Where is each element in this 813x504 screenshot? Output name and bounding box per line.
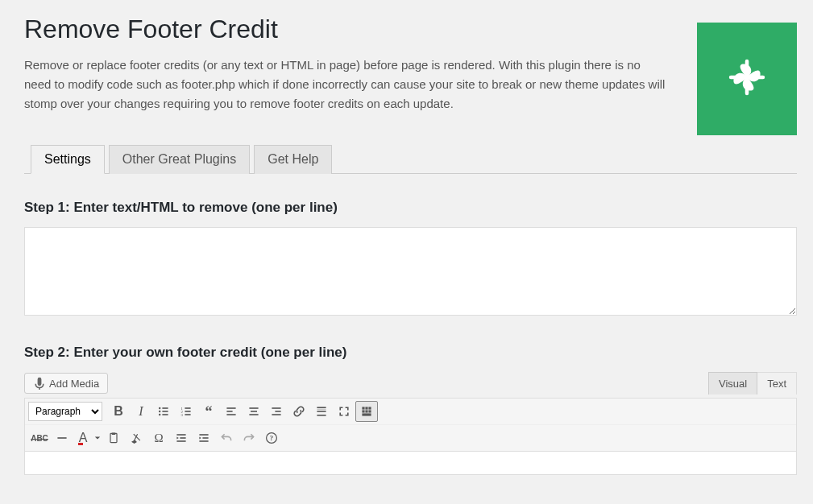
svg-rect-29 (365, 410, 367, 412)
undo-button[interactable] (215, 428, 238, 448)
align-right-button[interactable] (265, 401, 288, 422)
svg-rect-33 (110, 433, 117, 442)
strikethrough-button[interactable]: ABC (28, 428, 51, 448)
svg-rect-1 (162, 407, 168, 409)
blockquote-button[interactable]: “ (197, 401, 220, 422)
bold-button[interactable]: B (107, 401, 130, 422)
step2-label: Step 2: Enter your own footer credit (on… (24, 345, 797, 361)
bow-icon (724, 54, 770, 104)
italic-button[interactable]: I (130, 401, 152, 422)
svg-rect-24 (317, 409, 326, 410)
page-title: Remove Footer Credit (24, 14, 681, 44)
link-button[interactable] (288, 401, 310, 422)
svg-rect-40 (199, 440, 208, 442)
align-center-button[interactable] (243, 401, 265, 422)
svg-rect-3 (162, 411, 168, 412)
svg-rect-13 (226, 411, 232, 412)
page-header: Remove Footer Credit Remove or replace f… (24, 8, 797, 135)
editor-content[interactable] (25, 452, 796, 474)
media-icon (33, 377, 46, 390)
svg-rect-30 (368, 410, 371, 412)
editor-mode-tabs: Visual Text (708, 372, 797, 395)
fullscreen-button[interactable] (333, 401, 355, 422)
remove-text-input[interactable] (24, 227, 797, 316)
svg-rect-39 (202, 437, 208, 439)
svg-point-0 (159, 407, 160, 409)
editor-tab-visual[interactable]: Visual (708, 372, 757, 395)
text-color-button[interactable]: A (73, 428, 93, 448)
nav-tabs: Settings Other Great Plugins Get Help (24, 145, 797, 174)
special-char-button[interactable]: Ω (147, 428, 170, 448)
svg-rect-18 (272, 407, 280, 409)
svg-point-4 (159, 414, 160, 415)
svg-text:3: 3 (181, 413, 184, 417)
add-media-label: Add Media (49, 378, 99, 390)
svg-rect-38 (199, 434, 208, 436)
toolbar-toggle-button[interactable] (355, 401, 378, 422)
svg-rect-27 (368, 407, 371, 409)
svg-rect-17 (249, 414, 258, 415)
format-select[interactable]: Paragraph (28, 402, 102, 421)
tab-get-help[interactable]: Get Help (254, 145, 332, 174)
plugin-logo (697, 23, 797, 135)
svg-rect-9 (185, 411, 190, 412)
editor-tab-text[interactable]: Text (757, 372, 797, 395)
svg-rect-35 (176, 434, 185, 436)
svg-rect-36 (180, 437, 185, 439)
add-media-button[interactable]: Add Media (24, 373, 108, 394)
svg-text:?: ? (270, 434, 273, 442)
svg-rect-22 (317, 411, 326, 412)
svg-point-2 (159, 411, 160, 412)
tab-other-plugins[interactable]: Other Great Plugins (109, 145, 250, 174)
svg-rect-14 (226, 414, 235, 415)
read-more-button[interactable] (310, 401, 333, 422)
svg-rect-21 (317, 407, 326, 408)
svg-rect-12 (226, 407, 235, 409)
indent-button[interactable] (193, 428, 215, 448)
help-button[interactable]: ? (260, 428, 283, 448)
svg-rect-37 (176, 440, 185, 442)
clear-formatting-button[interactable] (125, 428, 147, 448)
rich-editor: Paragraph B I 123 “ (24, 398, 797, 475)
align-left-button[interactable] (220, 401, 243, 422)
paste-text-button[interactable] (102, 428, 125, 448)
svg-rect-15 (249, 407, 258, 409)
svg-rect-34 (112, 433, 116, 435)
svg-rect-16 (251, 411, 257, 412)
step1-label: Step 1: Enter text/HTML to remove (one p… (24, 200, 797, 216)
bullet-list-button[interactable] (152, 401, 175, 422)
svg-rect-23 (317, 415, 326, 416)
outdent-button[interactable] (170, 428, 193, 448)
header-text: Remove Footer Credit Remove or replace f… (24, 8, 681, 125)
tab-settings[interactable]: Settings (31, 145, 105, 174)
svg-rect-19 (275, 411, 280, 412)
editor-toolbar: Paragraph B I 123 “ (25, 399, 796, 452)
svg-rect-32 (57, 437, 66, 439)
svg-rect-11 (185, 414, 190, 415)
page-description: Remove or replace footer credits (or any… (24, 56, 669, 114)
numbered-list-button[interactable]: 123 (175, 401, 197, 422)
svg-rect-7 (185, 407, 190, 409)
svg-rect-20 (272, 414, 280, 415)
svg-rect-26 (365, 407, 367, 409)
svg-rect-5 (162, 414, 168, 415)
redo-button[interactable] (238, 428, 260, 448)
text-color-caret[interactable] (93, 435, 102, 441)
svg-rect-31 (362, 413, 371, 415)
svg-rect-25 (362, 407, 364, 409)
horizontal-rule-button[interactable] (51, 428, 73, 448)
svg-rect-28 (362, 410, 364, 412)
